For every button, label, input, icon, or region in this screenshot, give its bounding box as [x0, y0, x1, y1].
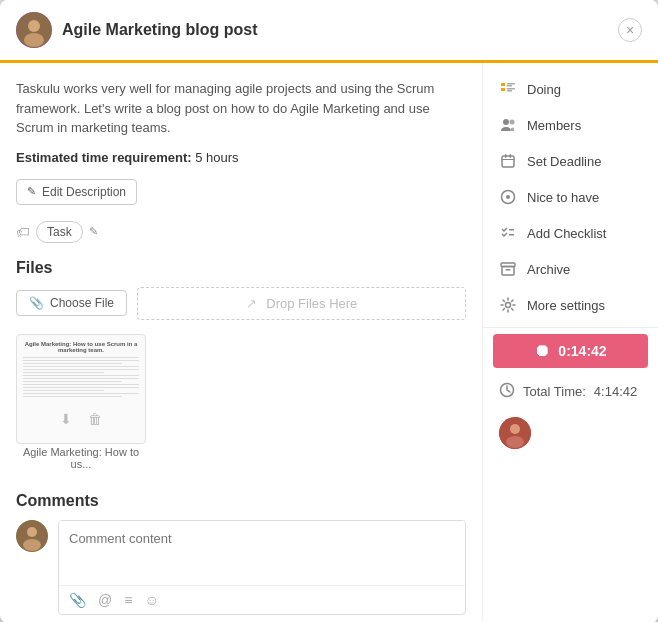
svg-rect-8 — [507, 83, 515, 85]
svg-point-13 — [510, 120, 515, 125]
record-icon: ⏺ — [534, 342, 550, 360]
svg-rect-14 — [502, 156, 514, 167]
doc-line — [23, 384, 139, 386]
drop-zone[interactable]: ↗ Drop Files Here — [137, 287, 466, 320]
total-time-row: Total Time: 4:14:42 — [483, 374, 658, 409]
file-preview-doc: Agile Marketing: How to use Scrum in a m… — [17, 335, 145, 405]
sidebar-avatar-img — [499, 417, 531, 449]
svg-rect-11 — [507, 90, 512, 92]
comment-input-wrapper: 📎 @ ≡ ☺ — [58, 520, 466, 615]
header-avatar-img — [16, 12, 52, 48]
sidebar-item-more-settings[interactable]: More settings — [483, 287, 658, 323]
members-icon — [499, 116, 517, 134]
comment-toolbar: 📎 @ ≡ ☺ — [59, 585, 465, 614]
avatar — [16, 12, 52, 48]
doc-line — [23, 363, 122, 365]
sidebar-user-avatar[interactable] — [499, 417, 531, 449]
file-preview: Agile Marketing: How to use Scrum in a m… — [16, 334, 146, 444]
sidebar: Doing Members Set Deadline — [483, 63, 658, 622]
tag-icon: 🏷 — [16, 224, 30, 240]
close-button[interactable]: × — [618, 18, 642, 42]
modal-header: Agile Marketing blog post × — [0, 0, 658, 63]
estimated-value: 5 hours — [195, 150, 238, 165]
files-section: Files 📎 Choose File ↗ Drop Files Here — [16, 259, 466, 472]
sidebar-item-doing[interactable]: Doing — [483, 71, 658, 107]
choose-file-label: Choose File — [50, 296, 114, 310]
doc-line — [23, 360, 139, 362]
file-actions-row: 📎 Choose File ↗ Drop Files Here — [16, 287, 466, 320]
main-content: Taskulu works very well for managing agi… — [0, 63, 483, 622]
files-title: Files — [16, 259, 466, 277]
svg-rect-24 — [506, 269, 511, 271]
deadline-icon — [499, 152, 517, 170]
modal-title: Agile Marketing blog post — [62, 21, 618, 39]
doc-line — [23, 393, 139, 395]
gear-icon — [499, 296, 517, 314]
doc-line — [23, 396, 122, 398]
clock-icon — [499, 382, 515, 401]
choose-file-button[interactable]: 📎 Choose File — [16, 290, 127, 316]
comments-title: Comments — [16, 492, 466, 510]
edit-desc-label: Edit Description — [42, 185, 126, 199]
doc-line — [23, 375, 139, 377]
edit-icon: ✎ — [27, 185, 36, 198]
comment-input-row: 📎 @ ≡ ☺ — [16, 520, 466, 615]
timer-button[interactable]: ⏺ 0:14:42 — [493, 334, 648, 368]
mention-icon[interactable]: @ — [98, 592, 112, 608]
tag-row: 🏷 Task ✎ — [16, 221, 466, 243]
svg-rect-7 — [501, 88, 505, 91]
archive-icon — [499, 260, 517, 278]
svg-rect-16 — [510, 154, 512, 158]
description-text: Taskulu works very well for managing agi… — [16, 79, 466, 138]
svg-point-25 — [506, 303, 511, 308]
estimated-time: Estimated time requirement: 5 hours — [16, 150, 466, 165]
svg-rect-9 — [507, 85, 512, 87]
doc-line — [23, 357, 139, 359]
svg-rect-10 — [507, 88, 515, 90]
sidebar-item-archive[interactable]: Archive — [483, 251, 658, 287]
modal-container: Agile Marketing blog post × Taskulu work… — [0, 0, 658, 622]
total-time-label: Total Time: — [523, 384, 586, 399]
sidebar-archive-label: Archive — [527, 262, 570, 277]
sidebar-item-nice-to-have[interactable]: Nice to have — [483, 179, 658, 215]
svg-point-4 — [27, 527, 37, 537]
svg-rect-17 — [502, 159, 514, 160]
svg-rect-21 — [509, 234, 514, 236]
file-name: Agile Marketing: How to us... — [16, 446, 146, 470]
svg-point-29 — [506, 436, 524, 448]
sidebar-item-members[interactable]: Members — [483, 107, 658, 143]
checklist-icon — [499, 224, 517, 242]
download-icon[interactable]: ⬇ — [60, 411, 72, 427]
comments-section: Comments 📎 @ ≡ — [16, 492, 466, 623]
attach-icon[interactable]: 📎 — [69, 592, 86, 608]
sidebar-nice-label: Nice to have — [527, 190, 599, 205]
emoji-icon[interactable]: ☺ — [144, 592, 158, 608]
doc-preview-title: Agile Marketing: How to use Scrum in a m… — [23, 341, 139, 353]
doc-line — [23, 381, 122, 383]
task-tag[interactable]: Task — [36, 221, 83, 243]
edit-description-button[interactable]: ✎ Edit Description — [16, 179, 137, 205]
doc-line — [23, 378, 139, 380]
svg-point-2 — [24, 33, 44, 47]
sidebar-item-deadline[interactable]: Set Deadline — [483, 143, 658, 179]
comment-textarea[interactable] — [59, 521, 465, 581]
svg-point-19 — [506, 195, 510, 199]
sidebar-members-label: Members — [527, 118, 581, 133]
svg-point-5 — [23, 539, 41, 551]
doc-line — [23, 366, 139, 368]
svg-rect-15 — [505, 154, 507, 158]
paperclip-icon: 📎 — [29, 296, 44, 310]
format-icon[interactable]: ≡ — [124, 592, 132, 608]
delete-icon[interactable]: 🗑 — [88, 411, 102, 427]
doc-line — [23, 372, 104, 374]
svg-point-1 — [28, 20, 40, 32]
tag-edit-icon[interactable]: ✎ — [89, 225, 98, 238]
doc-line — [23, 369, 139, 371]
comment-user-avatar — [16, 520, 48, 552]
tag-label: Task — [47, 225, 72, 239]
doc-line — [23, 387, 139, 389]
sidebar-item-checklist[interactable]: Add Checklist — [483, 215, 658, 251]
sidebar-deadline-label: Set Deadline — [527, 154, 601, 169]
svg-point-28 — [510, 424, 520, 434]
timer-value: 0:14:42 — [558, 343, 606, 359]
